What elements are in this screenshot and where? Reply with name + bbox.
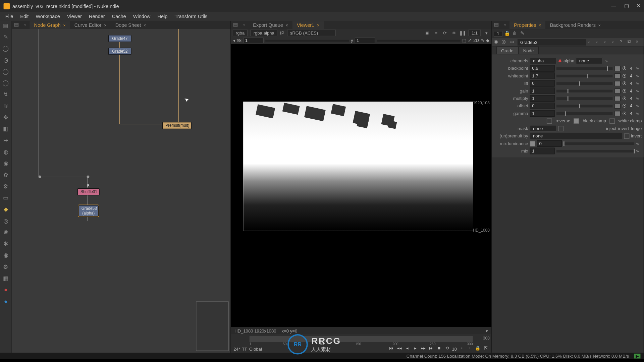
lift-anim-icon[interactable]: ∿ xyxy=(636,81,642,86)
gain-4[interactable]: 4 xyxy=(629,88,634,94)
lbl-invert[interactable]: invert xyxy=(618,126,629,131)
tool-target-icon[interactable]: ◎ xyxy=(2,217,9,224)
node-vis-icon[interactable]: ◉ xyxy=(494,39,500,45)
offset-picker-icon[interactable]: ⦿ xyxy=(622,104,627,109)
tool-folder-icon[interactable]: ▤ xyxy=(2,22,9,29)
tool-doc-icon[interactable]: ▭ xyxy=(2,194,9,201)
mask-chk[interactable] xyxy=(558,126,564,131)
tool-color-icon[interactable]: ◆ xyxy=(2,205,9,213)
node-b3-icon[interactable]: ▫ xyxy=(604,39,610,45)
tool-circle-icon[interactable]: ◯ xyxy=(2,45,9,52)
viewer-region-icon[interactable]: ▣ xyxy=(424,30,430,36)
tab-node-graph[interactable]: Node Graph× xyxy=(30,21,70,29)
viewer-down-icon[interactable]: ▾ xyxy=(483,30,489,36)
viewer-y-input[interactable] xyxy=(355,38,375,43)
node-center-icon[interactable]: ◎ xyxy=(501,39,507,45)
lbl-inject[interactable]: inject xyxy=(606,126,616,131)
viewer-colorspace[interactable]: sRGB (ACES) xyxy=(287,29,335,36)
viewer-roi-icon[interactable]: ⬚ xyxy=(462,38,466,43)
menu-workspace[interactable]: Workspace xyxy=(32,14,63,19)
channels-anim-icon[interactable]: ∿ xyxy=(604,58,610,63)
mixluma-anim-icon[interactable]: ∿ xyxy=(636,141,642,146)
tool-layers-icon[interactable]: ≋ xyxy=(2,102,9,109)
viewer-layer[interactable]: rgba.alpha xyxy=(250,29,277,36)
panel-float-icon[interactable]: ▫ xyxy=(240,21,248,28)
node-b2-icon[interactable]: ▫ xyxy=(596,39,602,45)
blackpoint-anim-icon[interactable]: ∿ xyxy=(636,66,642,71)
gain-slider[interactable] xyxy=(556,89,612,92)
tool-eye-icon[interactable]: ◉ xyxy=(2,160,9,167)
gamma-picker-icon[interactable]: ⦿ xyxy=(622,111,627,116)
gain-picker-icon[interactable]: ⦿ xyxy=(622,88,627,94)
mix-slider[interactable] xyxy=(556,149,634,152)
next-key-icon[interactable]: ▸▸ xyxy=(420,346,426,352)
tool-wrench-icon[interactable]: ⚙ xyxy=(2,183,9,190)
tab-properties[interactable]: Properties× xyxy=(509,21,545,29)
whitepoint-swatch[interactable] xyxy=(614,73,621,78)
timeline-track[interactable] xyxy=(250,336,473,342)
tool-pick-icon[interactable]: ↯ xyxy=(2,90,9,98)
gamma-val[interactable]: 1 xyxy=(530,110,555,117)
panel-menu-icon[interactable]: ▤ xyxy=(493,21,500,28)
proptab-node[interactable]: Node xyxy=(518,46,539,54)
menu-help[interactable]: Help xyxy=(154,14,171,19)
gain-val[interactable]: 1 xyxy=(530,87,555,94)
panel-menu-icon[interactable]: ▤ xyxy=(232,21,239,28)
tool-grid-icon[interactable]: ▦ xyxy=(2,275,9,282)
unpremult-chk[interactable] xyxy=(624,133,629,139)
multiply-val[interactable]: 1 xyxy=(530,95,555,102)
offset-anim-icon[interactable]: ∿ xyxy=(636,104,642,109)
offset-swatch[interactable] xyxy=(614,103,621,109)
tab-dope-sheet[interactable]: Dope Sheet× xyxy=(111,21,150,29)
gamma-4[interactable]: 4 xyxy=(629,111,634,116)
tab-curve-editor[interactable]: Curve Editor× xyxy=(70,21,111,29)
tool-arrow-icon[interactable]: ↦ xyxy=(2,136,9,143)
maximize-button[interactable]: ▢ xyxy=(624,3,629,9)
panel-float-icon[interactable]: ▫ xyxy=(22,21,29,28)
viewer-mode[interactable]: 2D xyxy=(473,38,479,43)
node-premult[interactable]: Premult(mult) xyxy=(162,122,192,129)
viewer-fstop[interactable]: f/8 xyxy=(236,38,241,43)
viewer-refresh-icon[interactable]: ⟳ xyxy=(442,30,448,36)
channels-select[interactable]: alpha xyxy=(530,57,556,64)
minimize-button[interactable]: — xyxy=(611,3,616,9)
node-help-icon[interactable]: ? xyxy=(620,39,626,45)
viewer-freeze-icon[interactable]: ❄ xyxy=(451,30,457,36)
tool-move-icon[interactable]: ✥ xyxy=(2,114,9,121)
gain-swatch[interactable] xyxy=(614,88,621,94)
lock-icon[interactable]: 🔒 xyxy=(475,346,481,352)
stop-icon[interactable]: ■ xyxy=(436,346,442,352)
tab-bg-renders[interactable]: Background Renders× xyxy=(545,21,605,29)
multiply-swatch[interactable] xyxy=(614,96,621,101)
node-b1-icon[interactable]: ▫ xyxy=(588,39,594,45)
tab-viewer1[interactable]: Viewer1× xyxy=(292,21,324,29)
tool-disc-icon[interactable]: ◍ xyxy=(2,148,9,155)
gain-anim-icon[interactable]: ∿ xyxy=(636,88,642,94)
step-val[interactable]: 10 xyxy=(452,346,457,351)
viewer-prev-icon[interactable]: ◂ xyxy=(233,38,235,43)
play-icon[interactable]: ▸ xyxy=(412,346,418,352)
gamma-anim-icon[interactable]: ∿ xyxy=(636,111,642,116)
timeline[interactable]: 1 50 100 150 200 250 300 300 24* TF Glob… xyxy=(231,334,491,353)
tool-clock-icon[interactable]: ◷ xyxy=(2,56,9,63)
offset-slider[interactable] xyxy=(556,105,612,107)
close-button[interactable]: ✕ xyxy=(637,3,641,9)
viewer-zoom[interactable]: 1:1 xyxy=(469,29,481,36)
menu-window[interactable]: Window xyxy=(129,14,154,19)
tool-cube-icon[interactable]: ◧ xyxy=(2,125,9,132)
node-b4-icon[interactable]: ▫ xyxy=(612,39,618,45)
viewport[interactable]: 1920,108 HD_1080 xyxy=(231,44,491,327)
node-float-icon[interactable]: ⧉ xyxy=(628,39,634,45)
panel-menu-icon[interactable]: ▤ xyxy=(13,21,20,28)
viewer-wipe-icon[interactable]: ⤢ xyxy=(468,38,472,43)
menu-transform-utils[interactable]: Transform Utils xyxy=(171,14,211,19)
tool-brush-icon[interactable]: ✎ xyxy=(2,33,9,40)
tool-ellipse-icon[interactable]: ◯ xyxy=(2,68,9,75)
multiply-anim-icon[interactable]: ∿ xyxy=(636,96,642,101)
tool-cog-icon[interactable]: ⚙ xyxy=(2,263,9,270)
navigator[interactable] xyxy=(196,301,229,351)
menu-cache[interactable]: Cache xyxy=(108,14,129,19)
tool-blue-icon[interactable]: ● xyxy=(2,297,9,304)
tool-spark-icon[interactable]: ✱ xyxy=(2,240,9,247)
viewer-picker-icon[interactable]: ✎ xyxy=(481,38,484,43)
